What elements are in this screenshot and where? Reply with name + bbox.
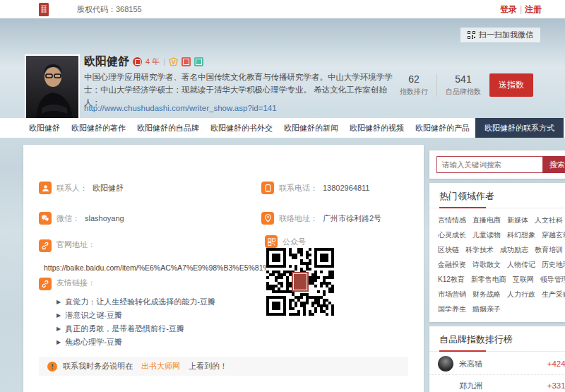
category-tag[interactable]: 人物传记 xyxy=(507,260,535,270)
link-icon xyxy=(39,278,52,290)
tab-videos[interactable]: 欧阳健舒的视频 xyxy=(344,118,410,138)
sidebar: 搜索 热门领域作者 言情情感直播电商新媒体人文社科心灵成长儿童读物科幻想象穿越玄… xyxy=(429,150,565,392)
tab-self-brand[interactable]: 欧阳健舒的自品牌 xyxy=(131,118,205,138)
category-tag[interactable]: 儿童读物 xyxy=(472,230,501,240)
category-tag[interactable]: 新媒体 xyxy=(507,215,528,225)
tab-contact-active[interactable]: 欧阳健舒的联系方式 xyxy=(475,118,564,138)
friend-link[interactable]: 焦虑心理学-豆瓣 xyxy=(56,337,215,348)
index-rank-stat: 62 指数排行 xyxy=(400,73,428,97)
contact-address-row: 联络地址： 广州市徐利路2号 xyxy=(261,212,381,225)
friend-link[interactable]: 真正的勇敢，是带着恐惧前行-豆瓣 xyxy=(56,323,215,334)
register-link[interactable]: 注册 xyxy=(525,4,542,14)
scan-wechat-label: 扫一扫加我微信 xyxy=(479,30,533,40)
category-tag[interactable]: 直播电商 xyxy=(472,215,501,225)
site-logo-seal-icon[interactable] xyxy=(39,3,49,16)
tab-news[interactable]: 欧阳健舒的新闻 xyxy=(278,118,344,138)
contact-person-label: 联系人： xyxy=(56,183,88,194)
qr-mini-icon xyxy=(468,31,475,39)
contact-wechat-label: 微信： xyxy=(56,213,80,224)
contact-info-panel: 联系人： 欧阳健舒 联系电话： 13802964811 微信： slashoya… xyxy=(23,145,424,392)
author-profile-url[interactable]: http://www.chushudashi.com/writer_show.a… xyxy=(84,104,277,112)
contact-address-label: 联络地址： xyxy=(279,213,318,224)
category-tag[interactable]: 婚姻亲子 xyxy=(472,304,501,314)
category-tag[interactable]: 人力行政 xyxy=(507,290,535,299)
contact-wechat-row: 微信： slashoyang xyxy=(39,212,124,225)
friend-link[interactable]: 潜意识之谜-豆瓣 xyxy=(56,310,215,321)
ranked-author-name: 米高猫 xyxy=(459,359,482,369)
category-tag[interactable]: 市场营销 xyxy=(438,290,466,299)
category-tag[interactable]: 金融投资 xyxy=(438,260,466,270)
category-tag[interactable]: 新零售电商 xyxy=(471,275,506,285)
user-icon xyxy=(39,182,52,194)
author-bio: 中国心理学应用研究学者、著名中国传统文化教育与传播研究学者。中山大学环境学学士；… xyxy=(84,71,399,109)
qr-code xyxy=(266,248,334,316)
send-index-button[interactable]: 送指数 xyxy=(489,73,533,97)
login-link[interactable]: 登录 xyxy=(500,4,517,14)
category-tag[interactable]: 区块链 xyxy=(438,245,459,255)
ranked-author-name: 郑九洲 xyxy=(459,381,482,391)
category-tag[interactable]: 互联网 xyxy=(513,275,534,285)
search-panel: 搜索 xyxy=(429,150,565,179)
category-tag[interactable]: 成功励志 xyxy=(500,245,528,255)
qr-icon xyxy=(265,235,278,248)
category-tag[interactable]: 国学养生 xyxy=(438,304,466,314)
tab-book-diplomacy[interactable]: 欧阳健舒的书外交 xyxy=(205,118,278,138)
stat-divider xyxy=(436,74,437,97)
ranking-list: 米高猫 +4242 郑九洲 +3316 xyxy=(429,352,565,392)
author-name: 欧阳健舒 xyxy=(84,54,129,69)
top-bar: 股权代码：368155 登录|注册 xyxy=(0,0,565,18)
brand-ranking-title: 自品牌指数排行榜 xyxy=(429,326,565,346)
tab-author[interactable]: 欧阳健舒 xyxy=(23,118,66,138)
category-tag[interactable]: 财务战略 xyxy=(472,290,501,299)
title-underline xyxy=(429,208,565,208)
category-tag[interactable]: 领导管理 xyxy=(540,275,565,285)
index-rank-label: 指数排行 xyxy=(400,87,428,97)
category-tag[interactable]: 穿越玄幻 xyxy=(542,230,565,240)
brand-index-label: 自品牌指数 xyxy=(446,87,481,97)
category-tag[interactable]: 心灵成长 xyxy=(438,230,466,240)
category-tag[interactable]: K12教育 xyxy=(438,275,465,285)
contact-phone-value: 13802964811 xyxy=(323,184,369,192)
avatar xyxy=(438,378,453,392)
category-tag[interactable]: 科幻想象 xyxy=(507,230,535,240)
tab-works[interactable]: 欧阳健舒的著作 xyxy=(66,118,131,138)
exclamation-icon: ! xyxy=(47,362,57,372)
category-tag[interactable]: 科学技术 xyxy=(465,245,494,255)
contact-phone-row: 联系电话： 13802964811 xyxy=(261,182,369,194)
category-tag[interactable]: 言情情感 xyxy=(438,215,466,225)
contact-person-value: 欧阳健舒 xyxy=(93,183,124,194)
notice-prefix: 联系我时务必说明在 xyxy=(63,361,133,372)
profile-photo xyxy=(25,54,80,119)
category-tag[interactable]: 教育培训 xyxy=(535,245,563,255)
vip-badge-icon xyxy=(169,57,178,66)
notice-suffix: 上看到的！ xyxy=(189,361,227,372)
profile-banner: 扫一扫加我微信 欧阳健舒 4 年 中国心理学应用研究学者、著名中国传统文化教育与… xyxy=(0,18,565,118)
category-tag[interactable]: 人文社科 xyxy=(535,215,563,225)
friend-links-block: 友情链接： 直觉力：让人生经验转化成选择的能力-豆瓣潜意识之谜-豆瓣真正的勇敢，… xyxy=(39,278,215,348)
friend-link[interactable]: 直觉力：让人生经验转化成选择的能力-豆瓣 xyxy=(56,297,215,307)
auth-links: 登录|注册 xyxy=(500,4,542,16)
contact-phone-label: 联系电话： xyxy=(279,183,318,194)
ranking-row[interactable]: 米高猫 +4242 xyxy=(429,353,565,374)
phone-icon xyxy=(261,182,274,194)
member-years-label: 4 年 xyxy=(145,57,165,67)
tab-products[interactable]: 欧阳健舒的产品 xyxy=(410,118,475,138)
brand-ranking-panel: 自品牌指数排行榜 米高猫 +4242 郑九洲 +3316 xyxy=(429,326,565,392)
hot-authors-title: 热门领域作者 xyxy=(429,183,565,203)
brand-index-value: 541 xyxy=(446,73,481,85)
hot-author-tags: 言情情感直播电商新媒体人文社科心灵成长儿童读物科幻想象穿越玄幻区块链科学技术成功… xyxy=(429,208,565,322)
category-tag[interactable]: 诗歌散文 xyxy=(472,260,501,270)
search-button[interactable]: 搜索 xyxy=(543,156,565,173)
notice-site-link[interactable]: 出书大师网 xyxy=(141,361,180,372)
location-pin-icon xyxy=(261,212,274,225)
scan-wechat-button[interactable]: 扫一扫加我微信 xyxy=(460,28,540,42)
category-tag[interactable]: 历史地理 xyxy=(542,260,565,270)
ranking-row[interactable]: 郑九洲 +3316 xyxy=(429,374,565,392)
auth-divider: | xyxy=(520,4,522,14)
author-medal-icon xyxy=(133,57,142,66)
search-input[interactable] xyxy=(436,156,543,173)
category-tag[interactable]: 生产采购 xyxy=(542,290,565,299)
friend-links-label: 友情链接： xyxy=(56,278,215,288)
index-rank-value: 62 xyxy=(400,73,428,85)
link-icon xyxy=(39,239,52,252)
